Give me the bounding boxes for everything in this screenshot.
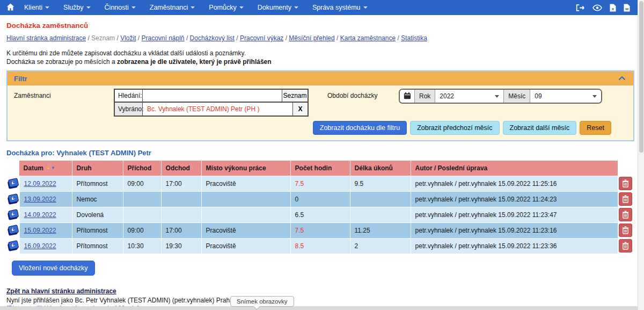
cell-arrival: 09:00 [123, 222, 161, 238]
cell-type: Přítomnost [72, 238, 123, 254]
col-header-autor: Autor / Poslední úprava [411, 160, 618, 176]
delete-attendance-button[interactable] [619, 177, 632, 190]
breadcrumb-separator: / [335, 34, 340, 42]
cell-arrival [123, 207, 161, 222]
breadcrumb-separator: / [185, 34, 190, 42]
home-button[interactable] [6, 3, 14, 12]
breadcrumb-item[interactable]: Vložit [120, 34, 136, 42]
clear-selected-button[interactable]: X [292, 103, 308, 116]
trash-icon [622, 179, 629, 188]
date-link[interactable]: 12.09.2022 [24, 180, 56, 188]
breadcrumb-item[interactable]: Hlavní stránka administrace [6, 34, 86, 42]
table-row: 15.09.2022 Přítomnost 09:00 17:00 Pracov… [6, 222, 633, 238]
logout-icon[interactable] [575, 4, 585, 12]
edit-book-icon [6, 239, 19, 253]
cell-departure: 17:00 [161, 222, 201, 238]
employee-selected-group: Vybráno: Bc. Vyhnalek (TEST ADMIN) Petr … [114, 103, 309, 117]
nav-item-label: Dokumenty [258, 4, 291, 11]
login-status-text: Nyní jste přihlášen jako Bc. Petr Vyhnal… [6, 297, 237, 304]
insert-attendance-button[interactable]: Vložení nové docházky [12, 261, 95, 276]
date-link[interactable]: 14.09.2022 [24, 211, 56, 219]
period-label: Období docházky [309, 89, 399, 103]
delete-attendance-button[interactable] [619, 239, 632, 253]
delete-attendance-button[interactable] [619, 208, 632, 221]
date-link[interactable]: 16.09.2022 [24, 242, 56, 250]
month-select[interactable]: 09 [530, 90, 601, 103]
breadcrumb-item[interactable]: Statistika [401, 34, 427, 42]
breadcrumb-item[interactable]: Karta zaměstnance [340, 34, 396, 42]
chevron-down-icon [45, 6, 49, 9]
cell-tasks: 2 [350, 238, 411, 254]
reset-button[interactable]: Reset [580, 121, 611, 135]
cell-departure [161, 207, 201, 222]
year-value: 2022 [440, 92, 454, 100]
cell-type: Dovolená [72, 207, 123, 222]
nav-item-0[interactable]: Klienti [24, 4, 49, 11]
word-export-icon[interactable]: w [624, 4, 630, 12]
filter-body: Zaměstnanci Hledání: Seznam Vybráno: Bc.… [8, 85, 633, 140]
filter-panel: Filtr Zaměstnanci Hledání: Seznam Vybrán… [6, 70, 634, 141]
selected-label: Vybráno: [115, 103, 143, 116]
col-header-delka-ukonu: Délka úkonů [350, 160, 411, 176]
sort-desc-icon[interactable]: ▼ [51, 166, 55, 170]
attendance-rows: 12.09.2022 Přítomnost 09:00 17:00 Pracov… [6, 176, 633, 254]
scrollbar-thumb[interactable] [639, 1, 643, 153]
selected-employee-value: Bc. Vyhnalek (TEST ADMIN) Petr (PH ) [143, 103, 292, 116]
cell-departure: 19:30 [161, 238, 201, 254]
eye-icon[interactable] [592, 4, 602, 11]
cell-hours: 7.5 [290, 176, 350, 191]
edit-attendance-button[interactable] [6, 239, 19, 253]
breadcrumb-item[interactable]: Pracovní výkaz [240, 34, 283, 42]
edit-attendance-button[interactable] [6, 208, 19, 221]
col-header-datum[interactable]: Datum ▲ ▼ [19, 160, 72, 176]
employee-search-group: Hledání: Seznam [114, 89, 309, 103]
delete-attendance-button[interactable] [619, 224, 632, 237]
chevron-down-icon [131, 6, 136, 9]
breadcrumb-item[interactable]: Pracovní náplň [141, 34, 184, 42]
show-attendance-button[interactable]: Zobrazit docházku dle filtru [313, 121, 407, 135]
back-to-admin-link[interactable]: Zpět na hlavní stránku administrace [6, 287, 116, 295]
vertical-scrollbar[interactable] [638, 0, 644, 310]
edit-attendance-button[interactable] [6, 224, 19, 237]
delete-attendance-button[interactable] [619, 192, 632, 206]
trash-icon [622, 226, 629, 234]
prev-month-button[interactable]: Zobrazit předchozí měsíc [410, 121, 499, 135]
sort-asc-icon[interactable]: ▲ [46, 166, 50, 170]
edit-attendance-button[interactable] [6, 192, 19, 206]
nav-item-label: Služby [63, 4, 84, 11]
nav-item-2[interactable]: Činnosti [105, 4, 136, 11]
next-month-button[interactable]: Zobrazit další měsíc [503, 121, 577, 135]
nav-item-1[interactable]: Služby [63, 4, 91, 11]
nav-item-4[interactable]: Pomůcky [209, 4, 243, 11]
cell-hours: 8.5 [290, 238, 350, 254]
employee-list-button[interactable]: Seznam [282, 90, 308, 102]
attendance-table: Datum ▲ ▼ Druh Příchod Odchod Místo výko… [6, 160, 633, 254]
chevron-up-icon[interactable] [618, 75, 626, 82]
home-icon [6, 3, 14, 12]
filter-panel-header[interactable]: Filtr [8, 71, 633, 85]
cell-hours: 0 [290, 191, 350, 207]
nav-item-label: Zaměstnanci [150, 4, 188, 11]
breadcrumb-separator: / [396, 34, 401, 42]
breadcrumb-item[interactable]: Docházkový list [190, 34, 235, 42]
year-select[interactable]: 2022 [435, 90, 504, 103]
edit-attendance-button[interactable] [6, 177, 19, 190]
nav-item-5[interactable]: Dokumenty [258, 4, 298, 11]
breadcrumb-item[interactable]: Měsíční přehled [289, 34, 334, 42]
cell-arrival: 09:00 [123, 176, 161, 191]
breadcrumb-separator: / [235, 34, 240, 42]
excel-export-icon[interactable]: x [610, 4, 616, 12]
nav-item-label: Správa systému [312, 4, 361, 11]
cell-place: Pracoviště [201, 222, 290, 238]
cell-type: Nemoc [72, 191, 123, 207]
nav-item-6[interactable]: Správa systému [312, 4, 368, 11]
attendance-header-row: Datum ▲ ▼ Druh Příchod Odchod Místo výko… [6, 160, 633, 176]
date-link[interactable]: 15.09.2022 [24, 227, 56, 234]
login-status-line: Nyní jste přihlášen jako Bc. Petr Vyhnal… [6, 297, 633, 305]
cell-arrival [123, 191, 161, 207]
nav-item-3[interactable]: Zaměstnanci [150, 4, 195, 11]
date-link[interactable]: 13.09.2022 [24, 196, 56, 203]
employee-search-input[interactable] [143, 90, 282, 102]
calendar-button[interactable] [400, 90, 415, 103]
breadcrumb: Hlavní stránka administrace / Seznam / V… [6, 34, 633, 42]
